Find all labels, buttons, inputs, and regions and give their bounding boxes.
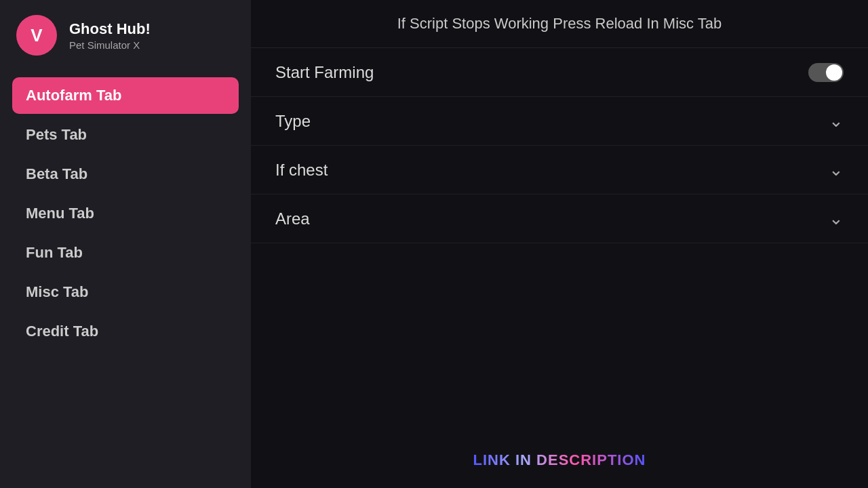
bottom-link[interactable]: LINK IN DESCRIPTION [473,451,646,469]
sidebar-item-misc[interactable]: Misc Tab [12,274,239,310]
main-content: If Script Stops Working Press Reload In … [251,0,868,488]
row-if-chest: If chest⌄ [251,146,868,195]
avatar: V [16,15,57,56]
label-type: Type [275,112,311,131]
sidebar-item-menu[interactable]: Menu Tab [12,195,239,232]
row-start-farming: Start Farming [251,48,868,97]
logo-area: V Ghost Hub! Pet Simulator X [0,0,251,70]
sidebar-item-pets[interactable]: Pets Tab [12,117,239,153]
logo-text: Ghost Hub! Pet Simulator X [69,20,151,51]
content-area: Start FarmingType⌄If chest⌄Area⌄ [251,48,868,488]
app-subtitle: Pet Simulator X [69,39,151,51]
label-start-farming: Start Farming [275,63,374,82]
sidebar-item-beta[interactable]: Beta Tab [12,156,239,192]
chevron-if-chest[interactable]: ⌄ [829,159,844,180]
row-type: Type⌄ [251,97,868,146]
toggle-start-farming[interactable] [808,63,844,82]
sidebar-item-autofarm[interactable]: Autofarm Tab [12,77,239,114]
top-notice: If Script Stops Working Press Reload In … [251,0,868,48]
app-name: Ghost Hub! [69,20,151,38]
chevron-type[interactable]: ⌄ [829,110,844,131]
sidebar-item-fun[interactable]: Fun Tab [12,235,239,271]
label-area: Area [275,209,310,228]
toggle-knob-start-farming [826,64,842,81]
sidebar-item-credit[interactable]: Credit Tab [12,313,239,350]
sidebar: V Ghost Hub! Pet Simulator X Autofarm Ta… [0,0,251,488]
label-if-chest: If chest [275,161,328,180]
row-area: Area⌄ [251,195,868,243]
nav-list: Autofarm TabPets TabBeta TabMenu TabFun … [0,70,251,357]
toggle-container-start-farming [808,63,844,82]
chevron-area[interactable]: ⌄ [829,208,844,229]
